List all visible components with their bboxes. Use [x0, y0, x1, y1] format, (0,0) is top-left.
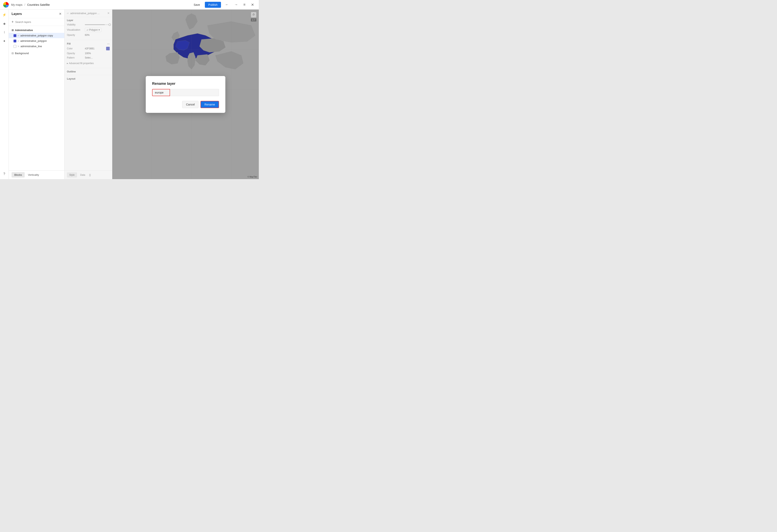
group-label: Administrative — [15, 29, 33, 32]
outline-section: Outline — [65, 68, 112, 75]
background-icon: ⊟ — [12, 52, 14, 55]
layers-icon-btn[interactable]: ◈ — [1, 20, 8, 27]
filter-icon-btn[interactable]: ⫶ — [1, 29, 8, 36]
visibility-label: Visibility — [67, 23, 85, 26]
fill-label: Fill — [67, 42, 71, 45]
icon-bar: ⚡ ◈ ⫶ ✦ ? — [0, 10, 9, 179]
properties-close-button[interactable]: ✕ — [107, 12, 110, 15]
layer-section-label: Layer — [67, 19, 110, 22]
pattern-label: Pattern — [67, 56, 85, 59]
modal-overlay: Rename layer europe Cancel Rename — [112, 10, 259, 179]
visualization-select[interactable]: ▱ Polygon ▾ — [85, 28, 102, 32]
save-button[interactable]: Save — [191, 2, 203, 8]
outline-toggle[interactable]: Outline — [67, 70, 110, 73]
search-layers-input[interactable] — [15, 20, 62, 23]
blocks-button[interactable]: Blocks — [12, 172, 25, 177]
rename-layer-modal: Rename layer europe Cancel Rename — [146, 76, 225, 113]
modal-title: Rename layer — [152, 82, 219, 86]
layer2-name: administrative_polygon — [20, 39, 62, 42]
style-tab[interactable]: Style — [67, 172, 77, 177]
layer1-name: administrative_polygon copy — [20, 34, 62, 37]
map-area[interactable]: ⏱ 2.7 © MapTiler Rename layer europe Can… — [112, 10, 259, 179]
layers-title: Layers — [12, 12, 59, 16]
rename-button[interactable]: Rename — [201, 101, 219, 108]
modal-input-row: europe — [152, 89, 219, 96]
close-button[interactable]: ✕ — [249, 2, 256, 8]
properties-title: administrative_polygon ... — [70, 12, 106, 15]
fill-color-swatch[interactable] — [106, 47, 110, 50]
fill-toggle[interactable]: Fill — — [67, 42, 110, 45]
group-icon: ⊞ — [12, 29, 14, 32]
help-icon-btn[interactable]: ? — [1, 170, 8, 177]
polygon-icon: ▱ — [87, 28, 88, 31]
breadcrumb: My maps / Countries Satellite — [11, 3, 50, 6]
properties-icon: ▱ — [67, 12, 69, 14]
breadcrumb-current: Countries Satellite — [27, 3, 50, 6]
layer-item-polygon[interactable]: ▱ administrative_polygon — [9, 38, 64, 43]
layers-bottom: Blocks Verticality — [9, 170, 64, 179]
code-tab[interactable]: {} — [88, 172, 92, 177]
layer-color-swatch — [13, 34, 16, 37]
puzzle-icon-btn[interactable]: ✦ — [1, 37, 8, 44]
add-layer-button[interactable]: + — [12, 20, 14, 24]
polygon-type-icon: ▱ — [17, 34, 19, 37]
menu-button[interactable]: ≡ — [242, 2, 247, 8]
properties-panel: ▱ administrative_polygon ... ✕ Layer Vis… — [65, 10, 112, 179]
fill-opacity-row: Opacity 100% — [67, 52, 110, 55]
properties-header: ▱ administrative_polygon ... ✕ — [65, 10, 112, 17]
layer-item-polygon-copy[interactable]: ▱ administrative_polygon copy — [9, 33, 64, 38]
pattern-row: Pattern Selec... — [67, 56, 110, 59]
layer-item-line[interactable]: ∿ administrative_line — [9, 43, 64, 49]
background-label: Background — [15, 52, 29, 55]
breadcrumb-start[interactable]: My maps — [11, 3, 22, 6]
fill-color-row: Color #2F38B1 — [67, 47, 110, 50]
verticality-button[interactable]: Verticality — [26, 172, 40, 177]
advanced-fill-link[interactable]: ▸ Advanced fill properties — [67, 61, 110, 66]
visibility-slider[interactable] — [85, 24, 110, 25]
back-button[interactable]: ← — [223, 2, 230, 8]
modal-input-current-value: europe — [152, 89, 170, 96]
opacity-row: Opacity 60% — [67, 34, 110, 36]
background-group[interactable]: ⊟ Background — [9, 50, 64, 56]
layout-toggle[interactable]: Layout — [67, 77, 110, 80]
lightning-icon-btn[interactable]: ⚡ — [1, 11, 8, 18]
fill-section: Fill — Color #2F38B1 Opacity 100% Patter… — [65, 40, 112, 68]
visualization-label: Visualization — [67, 28, 85, 31]
visualization-row: Visualization ▱ Polygon ▾ — [67, 28, 110, 32]
chevron-right-icon: ▸ — [67, 62, 68, 65]
fill-color-label: Color — [67, 47, 85, 50]
app-logo — [3, 2, 9, 8]
publish-button[interactable]: Publish — [205, 2, 221, 8]
layer-section: Layer Visibility Visualization ▱ Polygon… — [65, 17, 112, 40]
data-tab[interactable]: Data — [79, 172, 87, 177]
layer3-name: administrative_line — [20, 45, 62, 48]
opacity-value: 60% — [85, 34, 110, 36]
topbar: My maps / Countries Satellite Save Publi… — [0, 0, 259, 10]
layer2-color-swatch — [13, 40, 16, 42]
pattern-value: Selec... — [85, 56, 110, 59]
layers-close-button[interactable]: ✕ — [59, 12, 62, 16]
layers-header: Layers ✕ — [9, 10, 64, 18]
outline-label: Outline — [67, 70, 76, 73]
properties-bottom: Style Data {} — [65, 170, 112, 179]
fill-opacity-value: 100% — [85, 52, 110, 55]
topbar-actions: Save Publish ← → ≡ ✕ — [191, 2, 256, 8]
fill-opacity-label: Opacity — [67, 52, 85, 55]
layer3-checkbox[interactable] — [13, 45, 16, 48]
modal-rename-input[interactable] — [170, 89, 219, 96]
fill-color-value: #2F38B1 — [85, 47, 106, 50]
forward-button[interactable]: → — [232, 2, 239, 8]
visibility-row: Visibility — [67, 23, 110, 26]
layers-search-bar: + — [9, 18, 64, 26]
modal-actions: Cancel Rename — [152, 101, 219, 108]
layer-group-administrative[interactable]: ⊞ Administrative — [9, 27, 64, 33]
layout-section: Layout — [65, 75, 112, 82]
advanced-fill-label: Advanced fill properties — [69, 62, 94, 65]
fill-toggle-icon: — — [107, 42, 110, 45]
line-type-icon: ∿ — [17, 45, 19, 47]
layout-label: Layout — [67, 77, 76, 80]
main-layout: ⚡ ◈ ⫶ ✦ ? Layers ✕ + ⊞ Administrative ▱ … — [0, 10, 259, 179]
dropdown-icon: ▾ — [99, 28, 100, 31]
cancel-button[interactable]: Cancel — [182, 101, 199, 108]
polygon2-type-icon: ▱ — [17, 40, 19, 42]
